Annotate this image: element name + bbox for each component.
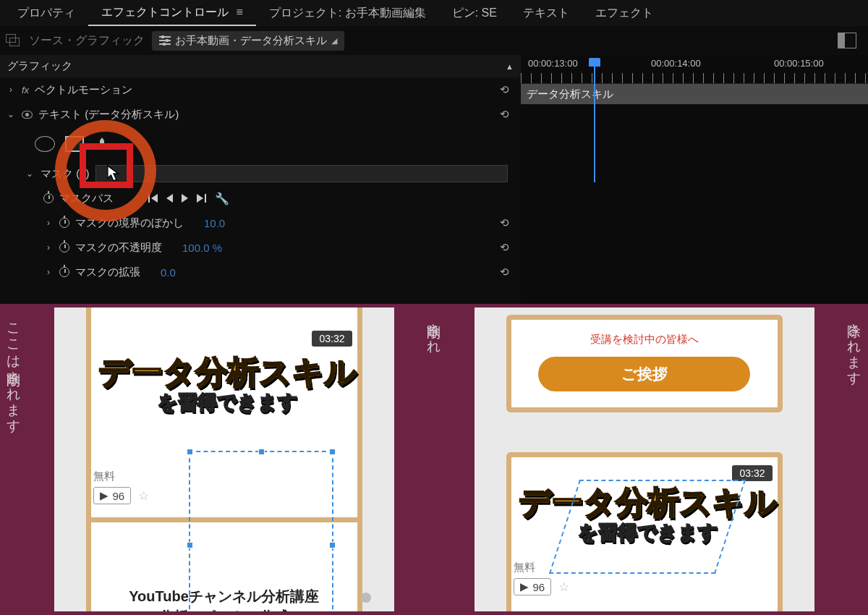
mask-feather-value[interactable]: 10.0 xyxy=(204,217,225,229)
row-mask-1[interactable]: ⌄ マスク (1) xyxy=(0,161,521,186)
snap-icon[interactable] xyxy=(6,34,22,47)
panel-menu-icon[interactable]: ≡ xyxy=(236,6,242,18)
tab-effect-controls[interactable]: エフェクトコントロール ≡ xyxy=(88,1,256,26)
source-label: ソース・グラフィック xyxy=(29,33,145,48)
tab-effect-controls-label: エフェクトコントロール xyxy=(101,6,229,18)
free-label: 無料 xyxy=(93,470,115,483)
ellipse-mask-icon[interactable] xyxy=(35,136,55,152)
expand-icon[interactable]: › xyxy=(6,85,16,95)
time-label: 00:00:13:00 xyxy=(528,58,578,69)
time-label: 00:00:14:00 xyxy=(651,58,701,69)
mask-expansion-label: マスクの拡張 xyxy=(75,266,140,279)
visibility-icon[interactable] xyxy=(22,111,33,119)
mask-parallelogram[interactable] xyxy=(548,480,745,574)
pen-mask-icon[interactable] xyxy=(94,136,110,152)
side-caption-left: ここは削除されます xyxy=(0,304,27,615)
playhead[interactable] xyxy=(589,58,600,182)
ruler-ticks xyxy=(521,73,868,83)
prev-keyframe-icon[interactable] xyxy=(148,194,158,203)
row-mask-opacity[interactable]: › マスクの不透明度 100.0 % ⟲ xyxy=(0,235,521,260)
timeline-clip-label: データ分析スキル xyxy=(527,88,613,101)
stopwatch-icon[interactable] xyxy=(43,193,54,203)
reset-icon[interactable]: ⟲ xyxy=(494,241,515,254)
mask-expansion-value[interactable]: 0.0 xyxy=(161,266,176,279)
favorite-icon[interactable]: ☆ xyxy=(138,488,149,504)
mask-feather-label: マスクの境界のぼかし xyxy=(75,216,184,230)
mask-path-keyframe-controls: 🔧 xyxy=(148,192,229,205)
tab-text[interactable]: テキスト xyxy=(510,1,582,25)
mask-shape-tools xyxy=(0,127,521,161)
fx-badge-icon: fx xyxy=(22,85,29,96)
stopwatch-icon[interactable] xyxy=(59,218,69,228)
row-mask-feather[interactable]: › マスクの境界のぼかし 10.0 ⟲ xyxy=(0,211,521,235)
row-text-item[interactable]: ⌄ テキスト (データ分析スキル) ⟲ xyxy=(0,102,521,127)
side-caption-mid: 削除され xyxy=(420,304,448,615)
stopwatch-icon[interactable] xyxy=(59,267,69,277)
mask-opacity-value[interactable]: 100.0 % xyxy=(182,242,222,254)
next-keyframe-icon[interactable] xyxy=(197,194,206,203)
play-count: 96 xyxy=(113,490,125,502)
clip-header-row: ソース・グラフィック お手本動画・データ分析スキル ◢ xyxy=(0,26,868,55)
effect-controls-panel: プロパティ エフェクトコントロール ≡ プロジェクト: お手本動画編集 ピン: … xyxy=(0,0,868,304)
tab-effects[interactable]: エフェクト xyxy=(582,1,666,25)
reset-icon[interactable]: ⟲ xyxy=(494,108,515,121)
preview-before: 03:32 データ分析スキル を習得できます 無料 ▶ 96 ☆ YouTube… xyxy=(54,308,394,611)
mask-options-icon[interactable]: 🔧 xyxy=(215,192,229,205)
row-mask-expansion[interactable]: › マスクの拡張 0.0 ⟲ xyxy=(0,260,521,284)
chevron-down-icon: ◢ xyxy=(331,36,337,46)
expand-icon[interactable]: › xyxy=(43,267,54,277)
rectangle-mask-icon[interactable] xyxy=(65,136,84,152)
expand-icon[interactable]: ⌄ xyxy=(6,109,16,119)
expand-icon[interactable]: › xyxy=(43,242,54,253)
sliders-icon xyxy=(159,35,171,46)
play-count-chip[interactable]: ▶ 96 xyxy=(93,487,132,504)
favorite-icon[interactable]: ☆ xyxy=(558,580,569,595)
scroll-indicator xyxy=(361,593,371,603)
properties-section-header[interactable]: グラフィック ▲ xyxy=(0,55,521,77)
effect-properties: グラフィック ▲ › fx ベクトルモーション ⟲ ⌄ テキスト (データ分析ス… xyxy=(0,55,521,304)
timeline-ruler[interactable]: 00:00:13:00 00:00:14:00 00:00:15:00 xyxy=(521,55,868,84)
mask-path-label: マスクパス xyxy=(59,192,114,205)
greeting-button[interactable]: ご挨拶 xyxy=(538,357,749,391)
expand-icon[interactable]: › xyxy=(43,218,54,228)
preview-after: 受講を検討中の皆様へ ご挨拶 03:32 データ分析スキル を習得できます 無料… xyxy=(475,308,814,611)
clip-chip[interactable]: お手本動画・データ分析スキル ◢ xyxy=(152,31,344,51)
duration-badge: 03:32 xyxy=(312,331,352,347)
mask-name-input[interactable] xyxy=(95,165,509,182)
reset-icon[interactable]: ⟲ xyxy=(494,216,515,229)
clip-chip-label: お手本動画・データ分析スキル xyxy=(175,34,327,48)
stopwatch-icon[interactable] xyxy=(59,242,69,253)
row-vector-motion[interactable]: › fx ベクトルモーション ⟲ xyxy=(0,77,521,102)
play-count: 96 xyxy=(533,581,545,593)
free-label: 無料 xyxy=(514,561,535,574)
properties-section-label: グラフィック xyxy=(7,59,72,73)
step-back-icon[interactable] xyxy=(166,194,173,203)
effect-timeline: 00:00:13:00 00:00:14:00 00:00:15:00 データ分… xyxy=(521,55,868,304)
side-caption-right: 除されます xyxy=(841,304,868,615)
mask-rectangle[interactable] xyxy=(189,451,333,611)
panel-tabs: プロパティ エフェクトコントロール ≡ プロジェクト: お手本動画編集 ピン: … xyxy=(0,0,868,26)
tab-properties[interactable]: プロパティ xyxy=(4,1,88,25)
toggle-timeline-icon[interactable] xyxy=(838,33,856,48)
timeline-clip-bar[interactable]: データ分析スキル xyxy=(521,84,868,104)
collapse-icon[interactable]: ▲ xyxy=(506,62,514,71)
expand-icon[interactable]: ⌄ xyxy=(25,169,35,179)
step-forward-icon[interactable] xyxy=(182,194,188,203)
greeting-card: 受講を検討中の皆様へ ご挨拶 xyxy=(506,315,783,412)
reset-icon[interactable]: ⟲ xyxy=(494,266,515,279)
play-count-chip[interactable]: ▶ 96 xyxy=(514,578,552,595)
row-mask-path[interactable]: マスクパス 🔧 xyxy=(0,186,521,211)
tab-bin[interactable]: ピン: SE xyxy=(439,1,510,25)
duration-badge: 03:32 xyxy=(732,465,772,481)
vector-motion-label: ベクトルモーション xyxy=(35,83,132,97)
time-label: 00:00:15:00 xyxy=(774,58,824,69)
tab-project[interactable]: プロジェクト: お手本動画編集 xyxy=(256,1,439,25)
mask-1-label: マスク (1) xyxy=(41,167,90,181)
reset-icon[interactable]: ⟲ xyxy=(494,83,515,96)
preview-comparison: ここは削除されます 03:32 データ分析スキル を習得できます 無料 ▶ 96… xyxy=(0,304,868,615)
text-item-label: テキスト (データ分析スキル) xyxy=(38,108,179,122)
greeting-notice: 受講を検討中の皆様へ xyxy=(524,333,765,347)
mask-opacity-label: マスクの不透明度 xyxy=(75,241,162,255)
